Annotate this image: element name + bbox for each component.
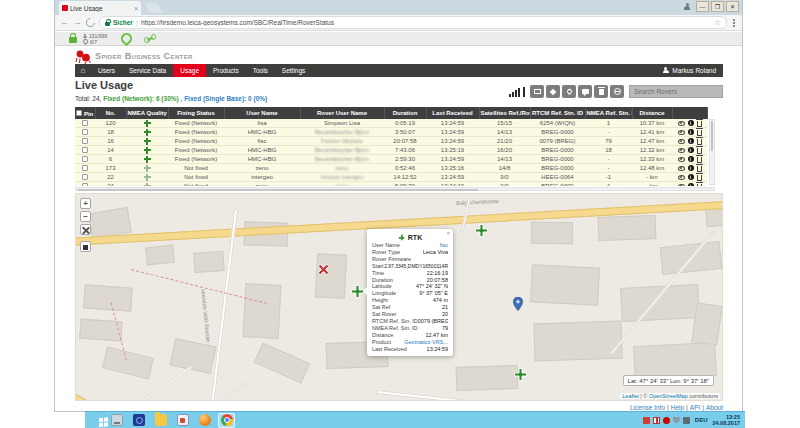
details-icon[interactable] (688, 147, 694, 153)
tab-close-icon[interactable]: × (134, 5, 138, 12)
table-row[interactable]: 120Fixed (Network)lisaSimpson Lisa0:05:1… (75, 119, 707, 128)
window-maximize-button[interactable]: ❐ (711, 1, 724, 12)
tray-shield-icon[interactable] (673, 417, 680, 424)
reload-icon[interactable] (84, 16, 97, 29)
desktop-taskbar-button[interactable] (108, 413, 125, 428)
view-icon[interactable] (678, 121, 685, 126)
forward-icon[interactable]: → (73, 18, 82, 27)
row-checkbox[interactable] (82, 147, 88, 153)
table-row[interactable]: 22Not fixedintergeoAccess Intergeo14:12:… (75, 173, 707, 182)
map-zoom-in-button[interactable]: + (80, 198, 91, 209)
user-menu[interactable]: Markus Roland (655, 67, 723, 74)
tray-red-icon[interactable] (643, 417, 650, 424)
delete-icon[interactable] (697, 166, 702, 172)
delete-icon[interactable] (697, 130, 702, 136)
location-pin-icon[interactable] (119, 31, 135, 47)
details-icon[interactable] (688, 120, 694, 126)
row-checkbox[interactable] (82, 174, 88, 180)
green-cross-marker-icon[interactable] (514, 367, 527, 381)
details-icon[interactable] (688, 138, 694, 144)
footer-link-license-info[interactable]: License Info (630, 404, 665, 411)
map-extent-button[interactable] (80, 241, 91, 252)
delete-icon[interactable] (697, 175, 702, 181)
bookmark-star-icon[interactable]: ☆ (714, 19, 721, 27)
map-zoom-out-button[interactable]: − (80, 211, 91, 222)
keyboard-language[interactable]: DEU (695, 417, 708, 423)
details-icon[interactable] (688, 165, 694, 171)
delete-icon[interactable] (697, 184, 702, 187)
popup-value[interactable]: Geomatics VRS... (404, 339, 448, 346)
address-bar[interactable]: Sicher | https://hrsdemo.leica-geosystem… (99, 16, 727, 29)
popup-value[interactable]: fisc (440, 242, 448, 249)
firefox-taskbar-button[interactable] (196, 413, 213, 428)
monitor-view-button[interactable] (530, 85, 544, 98)
delete-icon[interactable] (697, 139, 702, 145)
view-icon[interactable] (678, 139, 685, 144)
taskbar-clock[interactable]: 13:25 24.08.2017 (712, 414, 740, 427)
view-icon[interactable] (678, 130, 685, 135)
footer-link-about[interactable]: About (706, 404, 723, 411)
folder-taskbar-button[interactable] (152, 413, 169, 428)
leaflet-link[interactable]: Leaflet (622, 393, 639, 399)
search-input[interactable] (629, 85, 723, 98)
blue-pin-marker-icon[interactable] (513, 297, 526, 311)
details-icon[interactable] (688, 183, 694, 186)
table-horizontal-scrollbar[interactable] (75, 187, 715, 191)
chat-view-button[interactable] (578, 85, 592, 98)
view-icon[interactable] (678, 166, 685, 171)
network-nodes-icon[interactable] (144, 34, 156, 43)
view-icon[interactable] (678, 148, 685, 153)
delete-icon[interactable] (697, 148, 702, 154)
windows-start-icon[interactable] (99, 418, 103, 422)
home-icon[interactable]: ⌂ (75, 64, 91, 77)
tray-flag-icon[interactable] (653, 417, 660, 424)
new-tab-button[interactable] (145, 3, 163, 13)
details-icon[interactable] (688, 174, 694, 180)
table-row[interactable]: 24Not fixedzenozeno5:09:3913:24:190/0BRE… (75, 182, 707, 187)
nav-item-tools[interactable]: Tools (246, 64, 275, 77)
trash-view-button[interactable] (594, 85, 608, 98)
chrome-taskbar-button[interactable] (218, 413, 235, 428)
nav-item-users[interactable]: Users (91, 64, 122, 77)
details-icon[interactable] (688, 156, 694, 162)
diamond-view-button[interactable] (546, 85, 560, 98)
view-icon[interactable] (678, 175, 685, 180)
row-checkbox[interactable] (82, 156, 88, 162)
tray-phone-icon[interactable] (683, 417, 690, 424)
table-row[interactable]: 16Fixed (Network)fiscFischer Michele20:0… (75, 137, 707, 146)
popup-close-icon[interactable]: × (446, 230, 450, 236)
view-icon[interactable] (678, 157, 685, 162)
browser-menu-icon[interactable] (733, 22, 735, 24)
map[interactable]: BalgacherstrasseHeinrich-Wild-Strasse + … (75, 193, 723, 401)
row-checkbox[interactable] (82, 183, 88, 187)
window-minimize-button[interactable]: — (696, 1, 709, 12)
tray-badge-icon[interactable] (663, 417, 670, 424)
table-row[interactable]: 6Fixed (Network)HMC-HBGBeutelsbacher Bjö… (75, 155, 707, 164)
inst-taskbar-button[interactable] (174, 413, 191, 428)
window-close-button[interactable]: ✕ (726, 1, 739, 12)
nav-item-usage[interactable]: Usage (173, 64, 206, 77)
pin-view-button[interactable] (562, 85, 576, 98)
osm-link[interactable]: OpenStreetMap (649, 393, 688, 399)
table-vertical-scrollbar[interactable] (709, 119, 715, 185)
browser-profile-icon[interactable] (683, 3, 691, 11)
view-icon[interactable] (678, 184, 685, 187)
delete-icon[interactable] (697, 121, 702, 127)
back-icon[interactable]: ← (60, 18, 69, 27)
blue-taskbar-button[interactable] (130, 413, 147, 428)
row-checkbox[interactable] (82, 129, 88, 135)
footer-link-help[interactable]: Help (671, 404, 684, 411)
table-row[interactable]: 18Fixed (Network)HMC-HBGBeutelsbacher Bj… (75, 128, 707, 137)
nav-item-settings[interactable]: Settings (275, 64, 313, 77)
red-cross-marker-icon[interactable] (317, 262, 330, 276)
footer-link-api[interactable]: API (690, 404, 700, 411)
row-checkbox[interactable] (82, 120, 88, 126)
browser-tab[interactable]: Live Usage × (59, 1, 141, 15)
green-cross-marker-icon[interactable] (475, 223, 488, 237)
row-checkbox[interactable] (82, 165, 88, 171)
nav-item-products[interactable]: Products (206, 64, 246, 77)
nav-item-service-data[interactable]: Service Data (122, 64, 173, 77)
delete-icon[interactable] (697, 157, 702, 163)
globe-view-button[interactable] (610, 85, 624, 98)
row-checkbox[interactable] (82, 138, 88, 144)
